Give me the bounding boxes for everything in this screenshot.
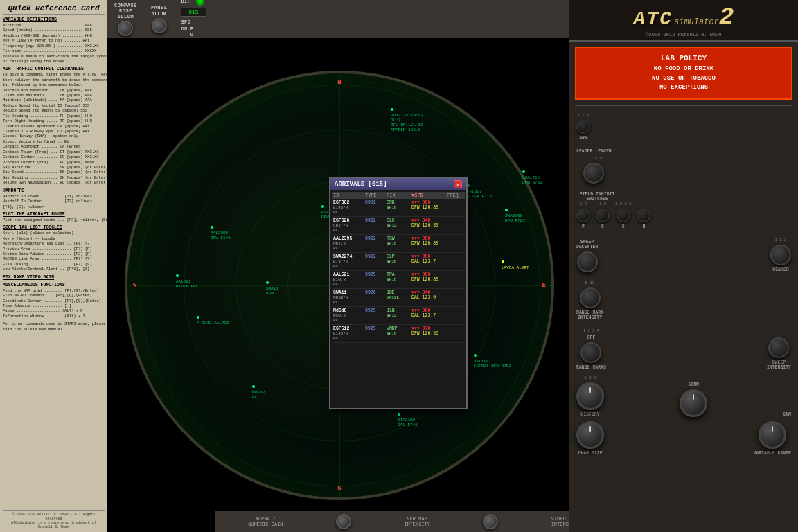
wind-spd-display: 015 [181,8,206,17]
video-map-label: VIDEO MAPINTENSITY [551,516,571,527]
variable-range-label: VARIABLE RANGE [753,451,791,456]
arrivals-row-7[interactable]: MdSd8 WS0/R PCL 9925 JLN WF32 ▼▼▼ 060 DA… [332,307,465,325]
compass-w: W [133,282,136,289]
variable-range-knob[interactable] [759,421,786,449]
lab-policy-title: LAB POLICY [582,54,786,62]
s-switch[interactable] [617,209,630,222]
vfr-map-label: VFR MAPINTENSITY [404,516,430,527]
compass-e: E [542,282,546,289]
range-mark-intensity-knob[interactable] [580,287,601,308]
section-misc: MISCELLANEOUS FUNCTIONS [3,283,105,287]
section-fix-name: FIX NAME VIDEO GAIN [3,275,105,280]
arrivals-column-headers: ID TYPE FIX ▼SPD FREQ [332,192,465,199]
history-row: 123 HISTORY 60NM 6NM [576,375,791,417]
compass-n: N [337,79,341,86]
leader-length-knob[interactable] [583,163,604,184]
arrivals-window[interactable]: ARRIVALS [015] ✕ ID TYPE FIX ▼SPD FREQ E… [329,177,468,409]
f-switch[interactable] [596,209,610,222]
range-mark-intensity-label: RANGE MARKINTENSITY [576,310,603,320]
s-switch-group: 1234 S [615,202,631,229]
top-controls-bar: COMPASSROSEILLUM PANEL ILLUM WIND 015 DI… [107,0,571,38]
qrc-title: Quick Reference Card [3,3,105,15]
left-reference-panel: Quick Reference Card VARIABLE DEFINITION… [0,0,107,532]
wind-on-indicator[interactable] [196,0,204,6]
arr-row: 1 2 3 ARR [576,113,791,141]
right-knobs-area: 1 2 3 ARR LEADER LENGTH 1234 FIELD INHIB… [569,109,798,460]
compass-rose-knob[interactable] [118,21,133,36]
center-label: CENTER [772,267,788,272]
range-marks-sweep-row: 1234 OFF RANGE MARKS SWEEPINTENSITY [576,328,791,370]
n-switch[interactable] [637,209,650,222]
60nm-group: 60NM [680,382,707,417]
aircraft-target[interactable]: SWA3700DFW R723 [505,209,525,223]
col-alt: FREQ [447,193,471,198]
logo-area: ATC simulator 2 ©2000-2012 Russell B. Do… [569,0,798,42]
6nm-label: 6NM [783,412,791,417]
aircraft-target[interactable]: LAVCA ALERT [502,260,529,270]
aircraft-target[interactable]: A 0912 AAL702 [197,316,229,326]
char-size-variable-range-row: CHAR SIZE VARIABLE RANGE [576,421,791,456]
leader-length-group: LEADER LENGTH 1234 [576,149,612,184]
alpha-numeric-label: ALPHA /NUMERIC GAIN [248,516,283,527]
section-handoffs: HANDOFFS [3,188,105,193]
arrivals-row-5[interactable]: AAL521 B10/R PCL 9925 TPA WF16 ▼▼▼ 080 D… [332,271,465,289]
arrivals-row-8[interactable]: EGF512 E145/R PCL 9925 WMRP WF16 ▼▼▼ 070… [332,325,465,343]
6nm-group: 6NM [783,412,791,417]
history-label: HISTORY [580,412,599,417]
arrivals-content: ID TYPE FIX ▼SPD FREQ EGF302 E145/R PCL … [330,190,466,408]
leader-length-row: LEADER LENGTH 1234 [576,149,791,184]
copyright-footer: © 2000-2012 Russell B. Dowe - All Rights… [3,510,105,529]
char-size-group: CHAR SIZE [576,421,604,456]
aircraft-target[interactable]: MdSd8PCL [252,385,265,400]
panel-label: PANEL [151,5,168,10]
alpha-numeric-knob[interactable] [336,514,351,529]
arrivals-close-button[interactable]: ✕ [454,180,462,188]
panel-knob[interactable] [152,18,167,33]
sweep-decenter-group: SWEEPDECENTER [576,240,598,272]
aircraft-target[interactable]: AAL1087EGF626 DFW R752 [474,354,511,369]
sweep-intensity-label: SWEEPINTENSITY [767,360,791,370]
col-spd: ▼SPD [411,193,446,198]
aircraft-target[interactable]: AAL521B10/A PCL [176,274,198,289]
section-atc-clearances: AIR TRAFFIC CONTROL CLEARANCES [3,66,105,71]
arrivals-row-3[interactable]: AAL2395 MRJ/R PCL 9922 RSW WF16 ▼▼▼ 090 … [332,235,465,253]
logo-copyright: ©2000-2012 Russell B. Dowe [634,32,734,37]
arrivals-row-2[interactable]: EGF626 CRJ7/R PCL 9922 CLC WF32 ▼▼▼ 040 … [332,217,465,235]
range-marks-knob[interactable] [580,342,601,363]
arrivals-scroll-area[interactable]: EGF302 E145/R PCL 0981 CRK WF16 ▼▼▼ 060 … [332,199,465,407]
p-switch[interactable] [576,209,590,222]
char-size-knob[interactable] [576,421,604,449]
right-control-panel: ATC simulator 2 ©2000-2012 Russell B. Do… [569,0,798,532]
off-range-label: OFF [587,335,596,340]
arrivals-titlebar[interactable]: ARRIVALS [015] ✕ [330,178,466,190]
section-variable-defs: VARIABLE DEFINITIONS [3,17,105,22]
center-knob[interactable] [770,245,791,265]
arrivals-row-6[interactable]: SWA11 MR3D/R PCL 9926 JDE SAS1E ▼▼▼ 040 … [332,289,465,307]
aircraft-target[interactable]: STA2189DAL E745 [398,413,418,427]
panel-divider-1 [575,105,792,106]
sweep-decenter-label: SWEEPDECENTER [576,240,598,249]
compass-rose-group: COMPASSROSEILLUM [114,3,137,36]
aircraft-target[interactable]: SWA11DFW [266,281,278,296]
panel-group: PANEL ILLUM [151,5,168,33]
logo-number: 2 [719,3,734,32]
60nm-knob[interactable] [680,389,707,417]
aircraft-target[interactable]: 0912 25:29:92DL:7DFW DP:LVL 12APPDEP 125… [391,108,423,133]
60nm-label: 60NM [688,382,699,387]
f-switch-group: 12 F [596,202,610,229]
p-label: P [582,224,585,229]
logo: ATC simulator 2 ©2000-2012 Russell B. Do… [634,3,734,37]
aircraft-target[interactable]: USA1215DFW R733 [522,170,542,185]
arr-knob[interactable] [576,120,590,134]
aircraft-target[interactable]: AAL2395DFW E145 [211,226,231,240]
dif-label: DIF [181,0,190,4]
sweep-intensity-knob[interactable] [768,337,789,358]
field-inhibit-label: FIELD INHIBIT SWITCHES [576,192,618,202]
vfr-map-knob[interactable] [483,514,498,529]
range-mark-intensity-group: 510 RANGE MARKINTENSITY [576,281,603,320]
sweep-decenter-knob[interactable] [577,251,598,272]
history-knob[interactable] [576,382,604,410]
arrivals-row-4[interactable]: SWA2274 B737/R PCL 9922 ELP WF36 ▼▼▼ 090… [332,253,465,271]
arrivals-row-1[interactable]: EGF302 E145/R PCL 0981 CRK WF16 ▼▼▼ 060 … [332,199,465,217]
logo-simulator-text: simulator [674,17,719,27]
